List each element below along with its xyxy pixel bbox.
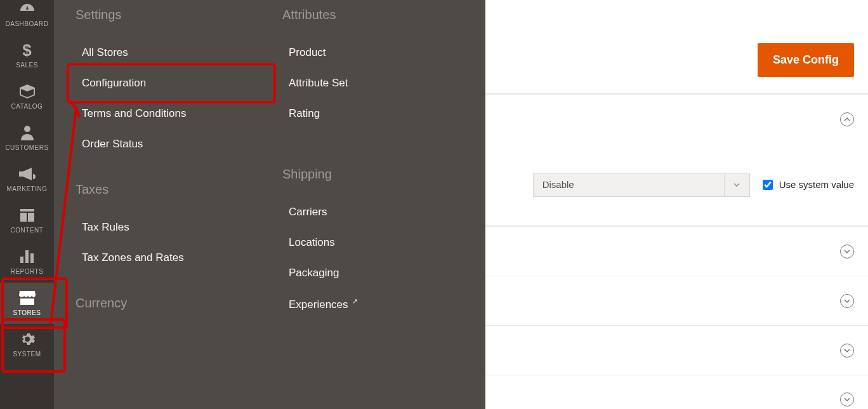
chevron-down-icon[interactable]: [840, 392, 854, 406]
flyout-link-label: Experiences: [289, 298, 348, 311]
sidebar-item-label: STORES: [13, 309, 41, 316]
chevron-up-icon[interactable]: [840, 112, 854, 126]
gear-icon: [20, 330, 35, 348]
sidebar-item-system[interactable]: SYSTEM: [0, 324, 54, 365]
svg-rect-2: [25, 250, 29, 263]
flyout-link-experiences[interactable]: Experiences↗: [282, 288, 464, 320]
svg-rect-3: [30, 253, 34, 263]
flyout-heading-shipping: Shipping: [282, 167, 464, 182]
use-system-value[interactable]: Use system value: [763, 179, 854, 190]
layout-icon: [20, 206, 34, 224]
save-config-button[interactable]: Save Config: [758, 43, 854, 77]
sidebar-item-stores[interactable]: STORES: [0, 283, 54, 324]
sidebar-item-label: REPORTS: [11, 268, 44, 275]
flyout-link-tax-rules[interactable]: Tax Rules: [76, 212, 257, 243]
chevron-down-icon[interactable]: [840, 344, 854, 358]
sidebar-item-customers[interactable]: CUSTOMERS: [0, 117, 54, 159]
person-icon: [21, 124, 34, 142]
sidebar-item-label: SALES: [16, 62, 38, 69]
box-icon: [19, 83, 36, 100]
flyout-heading-attributes: Attributes: [282, 8, 464, 22]
flyout-link-order-status[interactable]: Order Status: [76, 129, 257, 159]
sidebar-item-dashboard[interactable]: DASHBOARD: [0, 0, 54, 35]
sidebar-item-label: CONTENT: [11, 227, 44, 234]
sidebar-item-reports[interactable]: REPORTS: [0, 241, 54, 283]
config-form-row: Disable Use system value: [485, 144, 868, 226]
enable-select[interactable]: Disable: [533, 173, 750, 197]
gauge-icon: [20, 0, 35, 18]
flyout-link-carriers[interactable]: Carriers: [282, 197, 464, 227]
flyout-link-all-stores[interactable]: All Stores: [76, 37, 257, 68]
config-main: Save Config Disable Use system value: [485, 0, 868, 409]
use-system-label: Use system value: [779, 179, 854, 190]
config-section-row[interactable]: [485, 276, 868, 325]
flyout-link-locations[interactable]: Locations: [282, 227, 464, 258]
use-system-checkbox[interactable]: [763, 180, 773, 190]
svg-point-0: [24, 126, 30, 132]
flyout-link-configuration[interactable]: Configuration: [76, 68, 257, 98]
sidebar-item-label: CUSTOMERS: [5, 144, 48, 151]
flyout-link-packaging[interactable]: Packaging: [282, 258, 464, 288]
svg-rect-1: [20, 257, 23, 263]
flyout-link-tax-zones-and-rates[interactable]: Tax Zones and Rates: [76, 243, 257, 273]
flyout-heading-settings: Settings: [76, 8, 257, 22]
flyout-heading-taxes: Taxes: [76, 182, 257, 197]
flyout-heading-currency: Currency: [76, 296, 257, 311]
sidebar-item-marketing[interactable]: MARKETING: [0, 159, 54, 200]
flyout-link-attribute-set[interactable]: Attribute Set: [282, 68, 464, 98]
sidebar-item-sales[interactable]: $ SALES: [0, 35, 54, 76]
flyout-link-product[interactable]: Product: [282, 37, 464, 68]
chevron-down-icon[interactable]: [840, 294, 854, 308]
chevron-down-icon[interactable]: [724, 173, 749, 196]
storefront-icon: [19, 289, 36, 307]
dollar-icon: $: [22, 41, 31, 59]
sidebar-item-label: SYSTEM: [13, 351, 41, 358]
main-sidebar: DASHBOARD $ SALES CATALOG CUSTOMERS MARK…: [0, 0, 54, 409]
config-section-row[interactable]: [485, 226, 868, 276]
sidebar-item-label: CATALOG: [11, 103, 43, 110]
bar-chart-icon: [20, 248, 34, 265]
config-section-row[interactable]: [485, 94, 868, 144]
flyout-link-rating[interactable]: Rating: [282, 98, 464, 129]
external-link-icon: ↗: [352, 297, 358, 305]
sidebar-item-label: DASHBOARD: [6, 20, 49, 27]
sidebar-item-catalog[interactable]: CATALOG: [0, 76, 54, 117]
sidebar-item-content[interactable]: CONTENT: [0, 200, 54, 241]
config-section-row[interactable]: [485, 375, 868, 409]
sidebar-item-label: MARKETING: [7, 185, 48, 192]
chevron-down-icon[interactable]: [840, 245, 854, 258]
config-section-row[interactable]: [485, 325, 868, 375]
flyout-link-terms-and-conditions[interactable]: Terms and Conditions: [76, 98, 257, 129]
select-value: Disable: [534, 179, 724, 190]
megaphone-icon: [19, 165, 36, 183]
stores-flyout: Settings All Stores Configuration Terms …: [54, 0, 485, 409]
